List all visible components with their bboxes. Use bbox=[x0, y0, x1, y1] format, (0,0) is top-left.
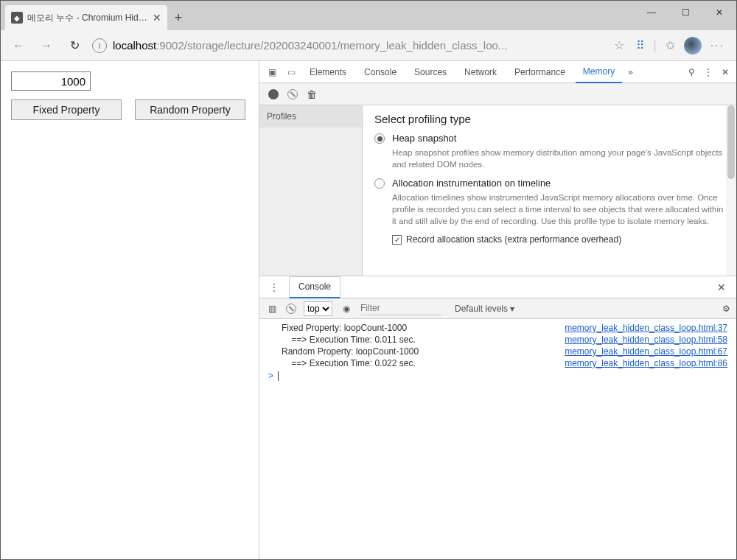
console-message: ==> Execution Time: 0.022 sec. bbox=[282, 358, 565, 368]
url-text[interactable]: localhost:9002/storage/lecture/202003240… bbox=[113, 39, 608, 52]
memory-scrollbar[interactable] bbox=[726, 105, 736, 276]
drawer-close-icon[interactable]: ✕ bbox=[713, 281, 730, 293]
console-message: Random Property: loopCount-1000 bbox=[282, 346, 565, 357]
fixed-property-button[interactable]: Fixed Property bbox=[11, 99, 122, 120]
drawer-tabbar: ⋮ Console ✕ bbox=[259, 276, 736, 298]
heap-snapshot-desc: Heap snapshot profiles show memory distr… bbox=[392, 147, 724, 170]
profile-avatar[interactable] bbox=[684, 37, 702, 55]
new-tab-button[interactable]: + bbox=[167, 5, 189, 30]
loop-count-input[interactable] bbox=[11, 71, 91, 91]
console-row: Random Property: loopCount-1000memory_le… bbox=[259, 346, 736, 357]
memory-toolbar: 🗑 bbox=[259, 83, 736, 105]
window-maximize-button[interactable]: ☐ bbox=[668, 1, 702, 24]
translate-icon[interactable]: ⠿ bbox=[636, 38, 645, 52]
context-selector[interactable]: top bbox=[304, 301, 332, 316]
devtools-panel: ▣ ▭ Elements Console Sources Network Per… bbox=[259, 61, 736, 560]
memory-main: Select profiling type Heap snapshot Heap… bbox=[363, 105, 736, 276]
live-expression-icon[interactable]: ◉ bbox=[340, 302, 353, 315]
console-settings-icon[interactable]: ⚙ bbox=[722, 304, 730, 314]
console-message: ==> Execution Time: 0.011 sec. bbox=[282, 335, 565, 345]
devtools-tabbar: ▣ ▭ Elements Console Sources Network Per… bbox=[259, 61, 736, 83]
window-controls: — ☐ ✕ bbox=[635, 1, 736, 30]
console-prompt[interactable]: > bbox=[259, 369, 736, 382]
content-row: Fixed Property Random Property ▣ ▭ Eleme… bbox=[1, 61, 736, 560]
nav-forward-button[interactable]: → bbox=[36, 35, 57, 56]
tab-network[interactable]: Network bbox=[457, 61, 504, 83]
reading-list-icon[interactable]: ✩ bbox=[666, 38, 675, 52]
url-path: :9002/storage/lecture/202003240001/memor… bbox=[156, 39, 507, 52]
nav-back-button[interactable]: ← bbox=[8, 35, 29, 56]
page-body: Fixed Property Random Property bbox=[1, 61, 259, 560]
garbage-collect-icon[interactable]: 🗑 bbox=[307, 88, 317, 100]
nav-refresh-button[interactable]: ↻ bbox=[64, 35, 85, 56]
clear-button[interactable] bbox=[287, 89, 298, 99]
window-minimize-button[interactable]: — bbox=[635, 1, 668, 24]
profiles-header: Profiles bbox=[259, 105, 362, 127]
url-host: localhost bbox=[113, 39, 156, 52]
heap-snapshot-radio[interactable] bbox=[374, 133, 385, 144]
tab-elements[interactable]: Elements bbox=[302, 61, 354, 83]
log-levels-selector[interactable]: Default levels ▾ bbox=[455, 304, 514, 314]
drawer-menu-icon[interactable]: ⋮ bbox=[265, 282, 284, 293]
bookmark-star-icon[interactable]: ☆ bbox=[614, 38, 624, 52]
window-close-button[interactable]: ✕ bbox=[702, 1, 736, 24]
window-titlebar: ◆ 메모리 누수 - Chromium Hidden ✕ + — ☐ ✕ bbox=[1, 1, 736, 30]
console-toolbar: ▥ top ◉ Default levels ▾ ⚙ bbox=[259, 298, 736, 319]
allocation-timeline-radio[interactable] bbox=[374, 178, 385, 189]
tab-console[interactable]: Console bbox=[357, 61, 404, 83]
console-row: Fixed Property: loopCount-1000memory_lea… bbox=[259, 322, 736, 334]
heap-snapshot-label: Heap snapshot bbox=[392, 133, 456, 144]
record-stacks-label: Record allocation stacks (extra performa… bbox=[406, 234, 621, 245]
allocation-timeline-label: Allocation instrumentation on timeline bbox=[392, 178, 551, 189]
browser-menu-button[interactable]: ··· bbox=[710, 39, 724, 52]
tabs-overflow-icon[interactable]: » bbox=[625, 67, 636, 77]
devtools-close-icon[interactable]: ✕ bbox=[719, 67, 732, 77]
profiles-sidebar: Profiles bbox=[259, 105, 363, 276]
inspect-element-icon[interactable]: ▣ bbox=[264, 67, 280, 77]
random-property-button[interactable]: Random Property bbox=[135, 99, 245, 120]
allocation-timeline-desc: Allocation timelines show instrumented J… bbox=[392, 192, 724, 227]
url-box[interactable]: i localhost:9002/storage/lecture/2020032… bbox=[92, 34, 624, 57]
devtools-settings-icon[interactable]: ⋮ bbox=[701, 67, 716, 77]
record-button[interactable] bbox=[268, 89, 279, 99]
tab-title: 메모리 누수 - Chromium Hidden bbox=[27, 12, 148, 24]
drawer-tab-console[interactable]: Console bbox=[289, 276, 340, 298]
console-row: ==> Execution Time: 0.011 sec.memory_lea… bbox=[259, 334, 736, 346]
profiling-heading: Select profiling type bbox=[374, 113, 724, 125]
console-source-link[interactable]: memory_leak_hidden_class_loop.html:86 bbox=[565, 358, 727, 368]
tab-memory[interactable]: Memory bbox=[576, 61, 622, 83]
console-message: Fixed Property: loopCount-1000 bbox=[282, 323, 565, 333]
tab-sources[interactable]: Sources bbox=[407, 61, 454, 83]
tab-close-icon[interactable]: ✕ bbox=[153, 12, 161, 24]
site-info-icon[interactable]: i bbox=[92, 38, 107, 53]
console-sidebar-toggle[interactable]: ▥ bbox=[265, 302, 279, 315]
console-source-link[interactable]: memory_leak_hidden_class_loop.html:67 bbox=[565, 346, 727, 357]
tab-performance[interactable]: Performance bbox=[507, 61, 573, 83]
device-toggle-icon[interactable]: ▭ bbox=[283, 67, 299, 77]
devtools-search-icon[interactable]: ⚲ bbox=[685, 67, 698, 77]
address-bar: ← → ↻ i localhost:9002/storage/lecture/2… bbox=[1, 30, 736, 61]
memory-body: Profiles Select profiling type Heap snap… bbox=[259, 105, 736, 276]
console-output: Fixed Property: loopCount-1000memory_lea… bbox=[259, 319, 736, 560]
console-filter-input[interactable] bbox=[360, 302, 441, 315]
toolbar-right: ⠿ | ✩ ··· bbox=[632, 37, 730, 55]
console-source-link[interactable]: memory_leak_hidden_class_loop.html:58 bbox=[565, 335, 727, 345]
record-stacks-checkbox[interactable]: ✓ bbox=[392, 235, 402, 245]
console-source-link[interactable]: memory_leak_hidden_class_loop.html:37 bbox=[565, 323, 727, 333]
browser-tab[interactable]: ◆ 메모리 누수 - Chromium Hidden ✕ bbox=[5, 5, 167, 30]
console-clear-button[interactable] bbox=[286, 304, 296, 314]
console-row: ==> Execution Time: 0.022 sec.memory_lea… bbox=[259, 357, 736, 369]
tab-favicon: ◆ bbox=[11, 12, 23, 24]
